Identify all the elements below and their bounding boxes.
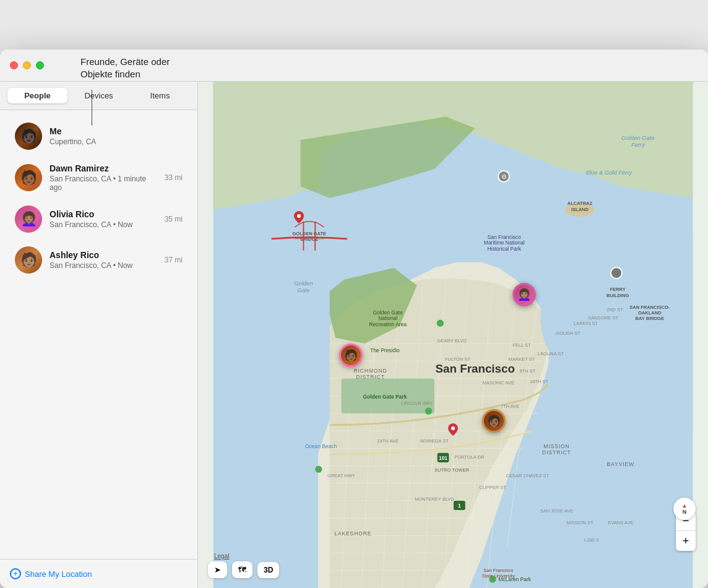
person-location-olivia: San Francisco, CA • Now <box>50 220 160 229</box>
svg-point-104 <box>611 267 622 279</box>
map-marker-olivia[interactable]: 👩🏽‍🦱 <box>512 283 536 306</box>
svg-text:San Francisco: San Francisco <box>483 568 513 573</box>
svg-text:I-280 S: I-280 S <box>584 537 599 543</box>
svg-text:MASONIC AVE: MASONIC AVE <box>483 380 514 386</box>
map-bottom-controls: ➤ 🗺 3D <box>208 561 279 578</box>
svg-text:The Presidio: The Presidio <box>370 347 400 353</box>
svg-text:MONTEREY BLVD: MONTEREY BLVD <box>415 496 454 502</box>
person-location-ashley: San Francisco, CA • Now <box>50 261 160 270</box>
person-info-olivia: Olivia Rico San Francisco, CA • Now <box>50 209 160 229</box>
svg-text:BUILDING: BUILDING <box>607 293 629 298</box>
person-info-dawn: Dawn Ramirez San Francisco, CA • 1 minut… <box>50 163 160 192</box>
person-distance-dawn: 33 mi <box>165 173 183 182</box>
svg-text:Recreation Area: Recreation Area <box>369 321 407 327</box>
traffic-lights <box>10 61 44 69</box>
golden-gate-pin <box>294 211 304 226</box>
person-item-olivia[interactable]: 👩🏽‍🦱 Olivia Rico San Francisco, CA • Now… <box>5 199 192 239</box>
map-container[interactable]: Golden Gate Park Blue & Gold Ferry Golde… <box>198 82 708 588</box>
alcatraz-device-pin: ⚙ <box>498 170 510 185</box>
svg-text:GREAT HWY: GREAT HWY <box>327 473 355 478</box>
location-button[interactable]: ➤ <box>208 561 227 578</box>
three-d-button[interactable]: 3D <box>257 562 279 578</box>
fullscreen-button[interactable] <box>36 61 44 69</box>
location-arrow-icon: ➤ <box>214 565 221 574</box>
svg-text:Golden Gate: Golden Gate <box>621 134 654 141</box>
person-location-me: Cupertino, CA <box>50 137 183 146</box>
svg-point-91 <box>437 320 444 327</box>
svg-text:BAYVIEW: BAYVIEW <box>607 461 634 467</box>
svg-point-105 <box>451 426 455 430</box>
person-info-ashley: Ashley Rico San Francisco, CA • Now <box>50 250 160 270</box>
svg-text:7TH AVE: 7TH AVE <box>501 404 519 409</box>
person-item-me[interactable]: 🧑🏿 Me Cupertino, CA <box>5 116 192 156</box>
svg-text:CESAR CHAVEZ ST: CESAR CHAVEZ ST <box>506 473 550 478</box>
person-item-ashley[interactable]: 🧑🏽 Ashley Rico San Francisco, CA • Now 3… <box>5 240 192 280</box>
svg-text:19TH AVE: 19TH AVE <box>377 438 399 444</box>
compass[interactable]: ▲ N <box>673 498 696 520</box>
people-list: 🧑🏿 Me Cupertino, CA 🧑🏾 <box>0 110 197 559</box>
svg-text:LAKESHORE: LAKESHORE <box>334 530 371 537</box>
svg-text:FERRY: FERRY <box>610 287 625 292</box>
svg-text:ALCATRAZ: ALCATRAZ <box>568 201 593 206</box>
compass-n-label: N <box>683 509 687 515</box>
svg-text:Gate: Gate <box>297 287 309 293</box>
svg-text:OAKLAND: OAKLAND <box>638 310 662 316</box>
zoom-in-button[interactable]: + <box>676 531 696 551</box>
person-info-me: Me Cupertino, CA <box>50 126 183 146</box>
share-location-label: Share My Location <box>25 569 92 579</box>
svg-text:Ferry: Ferry <box>631 141 645 148</box>
title-bar <box>0 50 708 82</box>
svg-text:1: 1 <box>458 503 461 509</box>
svg-text:EVANS AVE: EVANS AVE <box>608 520 633 525</box>
svg-text:Ocean Beach: Ocean Beach <box>305 443 337 449</box>
avatar-me: 🧑🏿 <box>15 123 42 150</box>
avatar-olivia: 👩🏽‍🦱 <box>15 205 42 233</box>
svg-text:SAN FRANCISCO-: SAN FRANCISCO- <box>629 305 670 310</box>
svg-text:⚙: ⚙ <box>501 173 507 180</box>
sidebar: People Devices Items 🧑🏿 Me <box>0 82 198 588</box>
avatar-ashley: 🧑🏽 <box>15 246 42 274</box>
person-name-me: Me <box>50 126 183 136</box>
person-item-dawn[interactable]: 🧑🏾 Dawn Ramirez San Francisco, CA • 1 mi… <box>5 157 192 198</box>
svg-text:BAY BRIDGE: BAY BRIDGE <box>636 316 664 321</box>
svg-text:GEARY BLVD: GEARY BLVD <box>438 338 467 344</box>
compass-north: ▲ <box>682 503 688 509</box>
svg-text:9TH ST: 9TH ST <box>519 368 535 374</box>
tab-devices[interactable]: Devices <box>69 88 129 103</box>
svg-text:DISTRICT: DISTRICT <box>356 374 385 380</box>
svg-text:Golden: Golden <box>294 280 313 287</box>
svg-text:PORTOLA DR: PORTOLA DR <box>454 454 485 460</box>
svg-text:Historical Park: Historical Park <box>487 246 521 252</box>
svg-text:101: 101 <box>439 455 447 461</box>
svg-text:FELL ST: FELL ST <box>512 342 531 348</box>
map-marker-dawn[interactable]: 🧑🏾 <box>339 344 363 367</box>
tab-items[interactable]: Items <box>130 88 190 103</box>
sidebar-footer[interactable]: + Share My Location <box>0 559 197 588</box>
svg-text:MISSION ST: MISSION ST <box>566 520 594 525</box>
svg-text:Blue & Gold Ferry: Blue & Gold Ferry <box>586 169 633 176</box>
map-icon: 🗺 <box>238 565 246 574</box>
svg-text:State University: State University <box>482 573 515 579</box>
person-distance-ashley: 37 mi <box>165 256 183 264</box>
person-name-dawn: Dawn Ramirez <box>50 163 160 173</box>
svg-text:SAN JOSE AVE: SAN JOSE AVE <box>540 508 573 514</box>
svg-text:CLIPPER ST: CLIPPER ST <box>479 485 506 490</box>
svg-text:FULTON ST: FULTON ST <box>445 357 470 362</box>
svg-text:2ND ST: 2ND ST <box>607 307 623 313</box>
svg-point-92 <box>425 408 432 415</box>
svg-text:LAGUNA ST: LAGUNA ST <box>538 351 564 357</box>
minimize-button[interactable] <box>23 61 31 69</box>
map-marker-ashley[interactable]: 🧑🏾 <box>482 409 506 433</box>
three-d-label: 3D <box>264 566 273 574</box>
svg-text:SANSOME ST: SANSOME ST <box>588 315 619 321</box>
svg-point-93 <box>315 466 322 473</box>
map-view-button[interactable]: 🗺 <box>232 561 253 578</box>
svg-text:San Francisco: San Francisco <box>435 362 515 375</box>
close-button[interactable] <box>10 61 18 69</box>
tabs-container: People Devices Items <box>0 82 197 110</box>
map-svg: Golden Gate Park Blue & Gold Ferry Golde… <box>198 82 708 588</box>
legal-link[interactable]: Legal <box>214 553 229 560</box>
svg-text:DISTRICT: DISTRICT <box>542 449 571 456</box>
tab-people[interactable]: People <box>7 88 67 103</box>
svg-text:NORIEGA ST: NORIEGA ST <box>420 438 449 444</box>
